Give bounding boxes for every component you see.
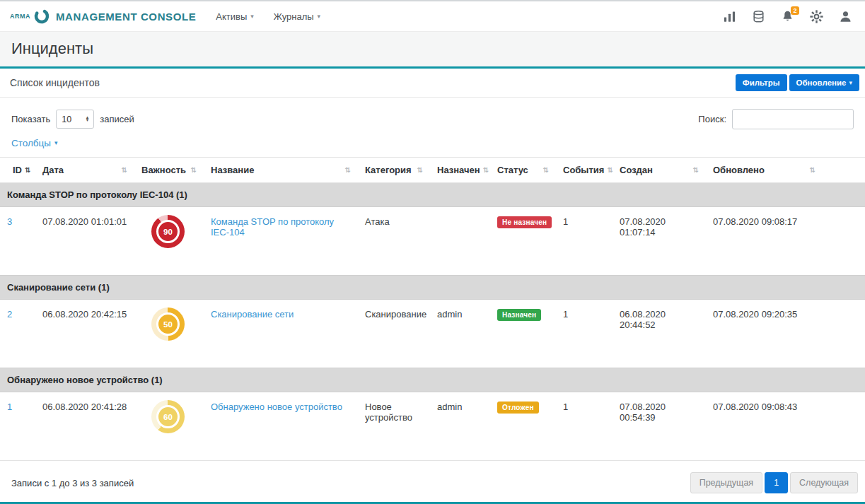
severity-number: 90: [163, 228, 173, 236]
incident-name-link[interactable]: Сканирование сети: [211, 309, 294, 320]
header-name-label: Название: [211, 165, 254, 175]
header-updated-label: Обновлено: [713, 165, 765, 175]
severity-donut: 50: [151, 307, 185, 341]
page-size-control: Показать 10 ▴▾ записей: [11, 110, 134, 129]
sort-icon: ⇅: [543, 166, 549, 174]
header-assigned[interactable]: Назначен⇅: [430, 158, 490, 183]
top-navbar: ARMA MANAGEMENT CONSOLE Активы ▾ Журналы…: [0, 1, 865, 31]
cell-date: 07.08.2020 01:01:01: [35, 207, 134, 276]
menu-assets[interactable]: Активы ▾: [216, 11, 254, 22]
status-badge: Назначен: [497, 309, 541, 321]
cell-assigned: admin: [430, 392, 490, 461]
severity-value: 90: [156, 220, 180, 243]
status-badge: Не назначен: [497, 216, 552, 228]
cell-status: Не назначен: [490, 207, 556, 276]
cell-category: Новое устройство: [358, 392, 430, 461]
cell-status: Назначен: [490, 300, 556, 368]
page-size-value: 10: [62, 115, 71, 124]
panel-header: Список инцидентов Фильтры Обновление ▾: [0, 69, 865, 98]
header-status-label: Статус: [497, 165, 528, 175]
user-profile-icon[interactable]: [839, 10, 852, 23]
group-header-row: Сканирование сети (1): [0, 276, 865, 300]
incident-row: 2 06.08.2020 20:42:15 50 Сканирование се…: [0, 300, 865, 368]
reports-chart-icon[interactable]: [723, 10, 736, 23]
header-updated[interactable]: Обновлено⇅: [706, 158, 865, 183]
prev-page-button[interactable]: Предыдущая: [690, 472, 762, 493]
settings-gear-icon[interactable]: [810, 10, 823, 23]
header-created[interactable]: Создан⇅: [613, 158, 706, 183]
cell-created: 07.08.2020 00:54:39: [613, 392, 706, 461]
header-date[interactable]: Дата⇅: [35, 158, 134, 183]
header-date-label: Дата: [42, 165, 64, 175]
incident-id-link[interactable]: 1: [7, 402, 12, 412]
columns-dropdown-button[interactable]: Столбцы ▾: [11, 138, 58, 148]
cell-category: Атака: [358, 207, 430, 276]
header-id-label: ID: [13, 165, 22, 175]
search-input[interactable]: [732, 109, 854, 129]
notifications-bell-icon[interactable]: 2: [781, 10, 794, 23]
severity-number: 50: [163, 320, 173, 329]
header-severity[interactable]: Важность⇅: [134, 158, 204, 183]
table-header-row: ID⇅ Дата⇅ Важность⇅ Название⇅ Категория⇅…: [0, 158, 865, 183]
table-footer: Записи с 1 до 3 из 3 записей Предыдущая …: [0, 461, 865, 493]
current-page-button[interactable]: 1: [765, 472, 788, 493]
incidents-panel: Список инцидентов Фильтры Обновление ▾ П…: [0, 69, 865, 493]
incident-row: 1 06.08.2020 20:41:28 60 Обнаружено ново…: [0, 392, 865, 461]
caret-down-icon: ▾: [250, 13, 254, 20]
select-arrows-icon: ▴▾: [86, 117, 89, 122]
incident-id-link[interactable]: 2: [7, 309, 12, 320]
incident-id-link[interactable]: 3: [7, 216, 12, 227]
sort-icon: ⇅: [25, 166, 30, 174]
cell-status: Отложен: [490, 392, 556, 461]
header-name[interactable]: Название⇅: [204, 158, 358, 183]
sort-icon: ⇅: [345, 166, 351, 174]
sort-icon: ⇅: [122, 166, 127, 174]
arma-logo-icon: [33, 8, 50, 25]
incident-name-link[interactable]: Обнаружено новое устройство: [211, 402, 342, 412]
header-events[interactable]: События⇅: [556, 158, 613, 183]
cell-severity: 60: [134, 392, 204, 461]
cell-events: 1: [556, 392, 613, 461]
filters-button[interactable]: Фильтры: [736, 74, 787, 91]
caret-down-icon: ▾: [54, 140, 58, 146]
header-status[interactable]: Статус⇅: [490, 158, 556, 183]
columns-dropdown-label: Столбцы: [11, 138, 51, 148]
menu-logs[interactable]: Журналы ▾: [274, 11, 320, 22]
header-id[interactable]: ID⇅: [0, 158, 35, 183]
page-title: Инциденты: [11, 40, 854, 58]
incident-name-link[interactable]: Команда STOP по протоколу IEC-104: [211, 216, 334, 238]
cell-assigned: [430, 207, 490, 276]
brand-title: MANAGEMENT CONSOLE: [56, 11, 196, 23]
next-page-button[interactable]: Следующая: [790, 472, 858, 493]
cell-name: Команда STOP по протоколу IEC-104: [204, 207, 358, 276]
cell-name: Обнаружено новое устройство: [204, 392, 358, 461]
refresh-button[interactable]: Обновление ▾: [789, 74, 859, 91]
severity-donut: 60: [151, 400, 185, 433]
search-label: Поиск:: [698, 114, 726, 124]
cell-events: 1: [556, 300, 613, 368]
incidents-table: ID⇅ Дата⇅ Важность⇅ Название⇅ Категория⇅…: [0, 157, 865, 461]
header-created-label: Создан: [620, 165, 653, 175]
navbar-icon-group: 2: [723, 10, 852, 23]
cell-assigned: admin: [430, 300, 490, 368]
caret-down-icon: ▾: [849, 80, 852, 86]
page-size-select[interactable]: 10 ▴▾: [56, 110, 94, 129]
sort-icon: ⇅: [191, 166, 197, 174]
severity-number: 60: [163, 413, 173, 421]
brand-logo[interactable]: ARMA MANAGEMENT CONSOLE: [10, 8, 196, 25]
cell-date: 06.08.2020 20:41:28: [35, 392, 134, 461]
cell-updated: 07.08.2020 09:08:43: [706, 392, 865, 461]
status-badge: Отложен: [497, 402, 539, 414]
cell-created: 07.08.2020 01:07:14: [613, 207, 706, 276]
caret-down-icon: ▾: [318, 13, 321, 20]
cell-name: Сканирование сети: [204, 300, 358, 368]
header-category[interactable]: Категория⇅: [358, 158, 430, 183]
columns-control-row: Столбцы ▾: [0, 132, 865, 157]
sort-icon: ⇅: [693, 166, 699, 174]
database-icon[interactable]: [752, 10, 765, 23]
refresh-button-label: Обновление: [796, 78, 847, 87]
cell-id: 2: [0, 300, 35, 368]
show-label: Показать: [11, 114, 50, 124]
panel-title: Список инцидентов: [10, 77, 100, 88]
group-header-row: Обнаружено новое устройство (1): [0, 368, 865, 392]
